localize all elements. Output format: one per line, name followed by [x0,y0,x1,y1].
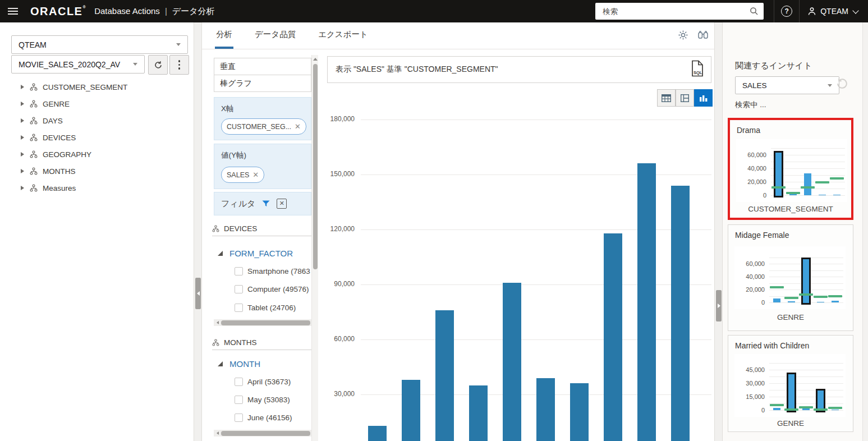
x-axis-dropzone[interactable]: X軸 CUSTOMER_SEG... ✕ [214,97,311,140]
expand-arrow-icon[interactable] [21,186,24,190]
filter-option-smartphone[interactable]: Smartphone (7863 [235,267,311,275]
x-axis-chip[interactable]: CUSTOMER_SEG... ✕ [221,118,306,135]
clear-filter-icon[interactable]: ✕ [277,199,287,209]
sales-bar[interactable] [604,233,622,441]
expand-arrow-icon[interactable] [21,135,24,140]
tree-item-days[interactable]: DAYS [0,112,194,129]
oracle-logo: ORACLE® [30,5,86,18]
user-menu[interactable]: QTEAM [807,7,858,16]
y-axis-dropzone[interactable]: 値(Y軸) SALES ✕ [214,144,311,189]
insight-xaxis-label: GENRE [728,419,853,428]
option-label: Tablet (24706) [247,304,296,312]
dataset-menu-button[interactable] [169,55,189,75]
y-axis-tick-label: 30,000 [734,380,765,387]
scrollbar-thumb[interactable] [221,431,310,436]
schema-select-value: QTEAM [19,40,47,49]
scrollbar-thumb[interactable] [313,64,318,269]
insight-card-midage-female[interactable]: Midage Female 60,00040,00020,0000 GENRE [728,224,853,331]
sql-file-icon[interactable]: SQL [691,60,704,79]
insight-bar [773,408,780,410]
sales-bar[interactable] [536,378,555,441]
benchmark-line [814,296,828,298]
scroll-left-icon[interactable] [214,431,221,435]
orientation-select[interactable]: 垂直 [214,58,311,75]
attribute-form-factor[interactable]: FORM_FACTOR [218,249,293,258]
left-splitter [194,22,202,441]
collapse-right-panel-handle[interactable] [716,290,722,321]
filter-option-computer[interactable]: Computer (49576) [235,285,311,293]
funnel-filter-icon[interactable] [262,200,270,207]
tree-item-genre[interactable]: GENRE [0,95,194,112]
scroll-up-icon[interactable] [313,58,318,61]
y-axis-chip[interactable]: SALES ✕ [221,167,264,183]
settings-gear-icon[interactable] [678,30,688,43]
search-icon[interactable] [750,7,759,16]
sales-bar[interactable] [368,426,387,441]
filter-option-may[interactable]: May (53083) [235,396,311,404]
schema-select[interactable]: QTEAM [11,35,188,54]
tree-item-geography[interactable]: GEOGRAPHY [0,146,194,163]
chart-type-select[interactable]: 棒グラフ [214,75,311,92]
checkbox[interactable] [235,378,243,386]
checkbox[interactable] [235,267,243,275]
y-axis-tick-label: 180,000 [327,115,355,123]
tab-analysis[interactable]: 分析 [215,22,233,49]
expanded-arrow-icon[interactable] [218,361,223,366]
refresh-insights-icon[interactable] [836,77,848,92]
insight-xaxis-label: CUSTOMER_SEGMENT [730,205,851,213]
sales-bar[interactable] [671,186,690,441]
sales-bar[interactable] [503,283,521,441]
insight-card-drama[interactable]: Drama 60,00040,00020,0000 CUSTOMER_SEGME… [728,118,853,220]
insight-metric-select[interactable]: SALES [735,76,839,94]
sales-bar[interactable] [435,310,454,441]
checkbox[interactable] [235,396,243,404]
expand-arrow-icon[interactable] [21,118,24,123]
tree-item-customer-segment[interactable]: CUSTOMER_SEGMENT [0,79,194,95]
binoculars-insights-icon[interactable] [697,30,709,42]
remove-chip-icon[interactable]: ✕ [252,171,259,179]
expand-arrow-icon[interactable] [21,102,24,106]
filter-option-april[interactable]: April (53673) [235,378,311,386]
refresh-button[interactable] [148,55,168,75]
filter-option-tablet[interactable]: Tablet (24706) [235,304,311,312]
tab-export[interactable]: エクスポート [317,22,369,49]
scroll-left-icon[interactable] [214,321,221,324]
config-vertical-scrollbar[interactable] [311,55,318,441]
filter-dropzone[interactable]: フィルタ ✕ [214,192,311,215]
panel-scrollbar-track[interactable] [862,22,868,441]
collapse-left-panel-handle[interactable] [195,278,201,309]
section-title: MONTHS [224,338,257,347]
tree-item-measures[interactable]: Measures [0,180,194,196]
expanded-arrow-icon[interactable] [218,251,223,256]
checkbox[interactable] [235,304,243,312]
attribute-month[interactable]: MONTH [218,359,260,369]
hamburger-menu-icon[interactable] [8,8,18,15]
expand-arrow-icon[interactable] [21,85,24,89]
tree-item-months[interactable]: MONTHS [0,163,194,180]
y-axis-tick-label: 40,000 [734,273,765,280]
tab-data-quality[interactable]: データ品質 [254,22,297,49]
search-input[interactable] [595,3,750,20]
sales-bar[interactable] [402,380,420,441]
y-axis-tick-label: 120,000 [327,225,355,233]
expand-arrow-icon[interactable] [21,169,24,173]
horizontal-scrollbar[interactable] [214,430,311,437]
insight-card-married-with-children[interactable]: Married with Children 45,00030,00015,000… [728,335,853,432]
sales-bar[interactable] [469,385,488,441]
dataset-select[interactable]: MOVIE_SALES_2020Q2_AV [11,55,145,74]
y-axis-tick-label: 150,000 [327,170,355,178]
y-axis-tick-label: 15,000 [734,393,765,400]
sales-bar[interactable] [637,163,656,441]
tree-item-devices[interactable]: DEVICES [0,129,194,146]
schema-sidebar: QTEAM MOVIE_SALES_2020Q2_AV CUSTOMER_SEG… [0,22,194,441]
filter-option-june[interactable]: June (46156) [235,414,311,422]
expand-arrow-icon[interactable] [21,152,24,157]
sales-bar[interactable] [570,383,589,441]
remove-chip-icon[interactable]: ✕ [295,122,301,131]
app-title: Database Actions|データ分析 [94,6,214,17]
help-button[interactable]: ? [774,6,799,17]
checkbox[interactable] [235,414,243,422]
scrollbar-thumb[interactable] [221,320,310,325]
checkbox[interactable] [235,285,243,293]
horizontal-scrollbar[interactable] [214,319,311,326]
